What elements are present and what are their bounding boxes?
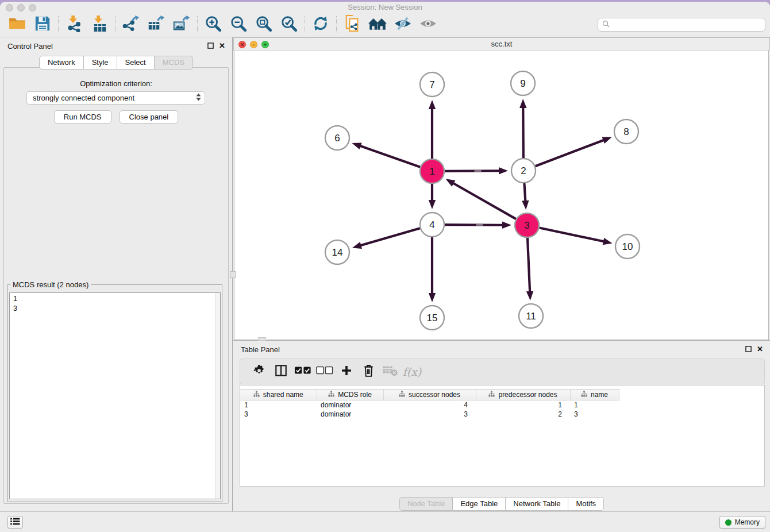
table-cell[interactable]: 3: [570, 410, 619, 419]
node-label: 1: [429, 166, 434, 177]
run-mcds-button[interactable]: Run MCDS: [54, 110, 111, 124]
network-canvas[interactable]: 7968124314101511: [234, 51, 769, 340]
graph-node-7[interactable]: 7: [420, 72, 444, 97]
graph-node-1[interactable]: 1: [420, 159, 444, 183]
graph-edge-3-10[interactable]: [540, 228, 613, 245]
deselect-all-rows-button[interactable]: [314, 362, 336, 381]
tab-motifs[interactable]: Motifs: [568, 497, 604, 511]
tab-select[interactable]: Select: [117, 56, 155, 70]
tab-network[interactable]: Network: [39, 56, 84, 70]
graph-edge-1-2[interactable]: [445, 167, 508, 174]
hide-selected-button[interactable]: [390, 14, 415, 35]
close-panel-icon[interactable]: ✕: [219, 42, 225, 49]
open-session-button[interactable]: [5, 14, 30, 35]
table-cell[interactable]: dominator: [317, 400, 383, 410]
export-network-button[interactable]: [118, 14, 144, 35]
open-session-icon: [9, 16, 26, 33]
mcds-result-textarea[interactable]: 13: [9, 292, 221, 499]
column-header-mcds-role[interactable]: MCDS role: [317, 390, 383, 400]
first-neighbors-button[interactable]: [365, 14, 390, 35]
tab-network-table[interactable]: Network Table: [506, 497, 568, 511]
graph-edge-1-7[interactable]: [429, 100, 436, 159]
graph-edge-4-15[interactable]: [429, 237, 436, 302]
create-column-icon: [341, 365, 352, 379]
search-input[interactable]: [613, 21, 761, 29]
node-label: 11: [526, 311, 536, 322]
graph-node-15[interactable]: 15: [420, 306, 444, 330]
import-table-button[interactable]: [87, 14, 112, 35]
create-column-button[interactable]: [336, 362, 357, 381]
float-table-panel-icon[interactable]: [745, 346, 752, 352]
graph-node-4[interactable]: 4: [420, 213, 444, 237]
float-panel-icon[interactable]: [207, 43, 214, 49]
export-table-button[interactable]: [144, 14, 169, 35]
org-chart-icon: [488, 391, 495, 399]
zoom-fit-button[interactable]: [251, 14, 276, 35]
horizontal-splitter-handle[interactable]: [258, 337, 266, 341]
network-from-selection-button[interactable]: [340, 14, 365, 35]
column-header-successor-nodes[interactable]: successor nodes: [383, 390, 476, 400]
show-all-button[interactable]: [415, 14, 441, 35]
refresh-layout-button[interactable]: [308, 14, 333, 35]
graph-edge-3-11[interactable]: [526, 238, 533, 300]
settings-gear-button[interactable]: [248, 362, 270, 381]
table-cell[interactable]: dominator: [317, 410, 383, 419]
graph-edge-1-6[interactable]: [352, 142, 420, 167]
graph-node-6[interactable]: 6: [325, 126, 349, 150]
minimize-window-button[interactable]: [17, 4, 25, 11]
graph-node-9[interactable]: 9: [511, 71, 535, 95]
tab-style[interactable]: Style: [84, 56, 117, 70]
search-field[interactable]: [598, 18, 765, 32]
graph-edge-2-3[interactable]: [522, 183, 529, 210]
zoom-in-button[interactable]: [201, 14, 226, 35]
import-network-button[interactable]: [61, 14, 87, 35]
graph-edge-2-8[interactable]: [536, 137, 612, 166]
tab-mcds[interactable]: MCDS: [155, 56, 193, 70]
graph-edge-3-1[interactable]: [445, 179, 515, 219]
vertical-splitter-handle[interactable]: [230, 271, 236, 278]
task-history-button[interactable]: [7, 516, 23, 529]
network-maximize-button[interactable]: +: [261, 41, 269, 48]
graph-node-14[interactable]: 14: [325, 240, 349, 264]
tab-edge-table[interactable]: Edge Table: [453, 497, 506, 511]
graph-edge-4-3[interactable]: [445, 222, 511, 229]
graph-edge-1-4[interactable]: [429, 184, 436, 209]
column-visibility-button[interactable]: [270, 362, 292, 381]
graph-node-11[interactable]: 11: [519, 304, 543, 328]
tab-node-table[interactable]: Node Table: [399, 497, 453, 511]
export-image-button[interactable]: [169, 14, 194, 35]
table-cell[interactable]: 3: [383, 410, 476, 419]
toolbar-separator: [58, 16, 59, 33]
close-table-panel-icon[interactable]: ✕: [757, 345, 763, 353]
table-cell[interactable]: 1: [240, 400, 317, 410]
column-header-shared-name[interactable]: shared name: [240, 390, 317, 400]
close-panel-button[interactable]: Close panel: [120, 110, 179, 124]
zoom-window-button[interactable]: [29, 4, 36, 11]
memory-button[interactable]: Memory: [719, 516, 765, 529]
table-cell[interactable]: 2: [476, 410, 570, 419]
criterion-select[interactable]: strongly connected component: [26, 91, 205, 105]
table-cell[interactable]: 4: [383, 400, 476, 410]
graph-node-2[interactable]: 2: [511, 159, 536, 183]
graph-edge-2-9[interactable]: [519, 99, 526, 158]
zoom-selected-button[interactable]: [276, 14, 302, 35]
network-window-titlebar: ✕ − + scc.txt: [233, 37, 770, 51]
network-close-button[interactable]: ✕: [238, 41, 246, 48]
close-window-button[interactable]: [6, 4, 13, 11]
zoom-out-button[interactable]: [226, 14, 251, 35]
network-minimize-button[interactable]: −: [250, 41, 257, 48]
save-session-button[interactable]: [30, 14, 55, 35]
graph-edge-4-14[interactable]: [352, 228, 420, 249]
table-panel-title: Table Panel: [241, 345, 280, 354]
table-cell[interactable]: 3: [240, 410, 317, 419]
graph-node-8[interactable]: 8: [614, 119, 638, 144]
graph-node-10[interactable]: 10: [615, 234, 640, 259]
column-header-name[interactable]: name: [570, 390, 619, 400]
delete-column-button[interactable]: [357, 362, 379, 381]
result-scrollbar[interactable]: [215, 293, 220, 499]
table-cell[interactable]: 1: [476, 400, 570, 410]
select-all-rows-button[interactable]: [292, 362, 314, 381]
column-header-predecessor-nodes[interactable]: predecessor nodes: [476, 390, 570, 400]
graph-node-3[interactable]: 3: [515, 213, 539, 237]
table-cell[interactable]: 1: [570, 400, 619, 410]
